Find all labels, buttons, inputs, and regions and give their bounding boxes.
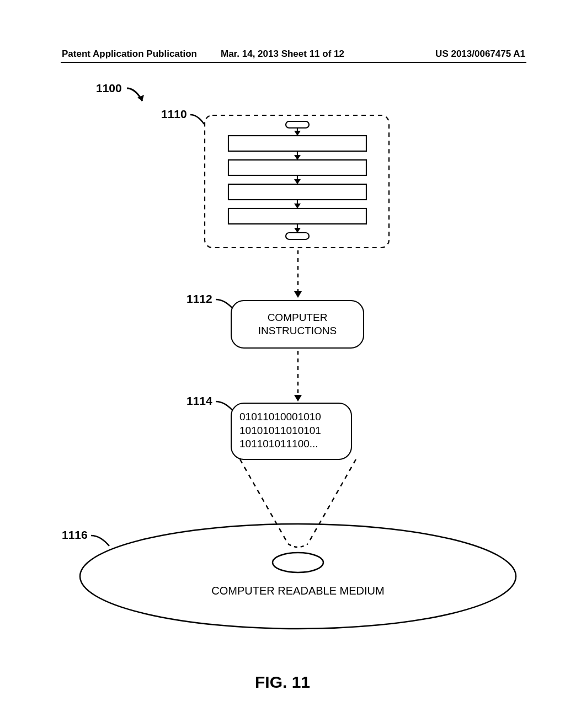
svg-marker-10: [294, 179, 301, 184]
disc-medium: [72, 518, 524, 634]
svg-rect-11: [228, 184, 366, 200]
page: Patent Application Publication Mar. 14, …: [0, 0, 565, 728]
computer-instructions-label-1: COMPUTER: [238, 311, 356, 324]
disc-label: COMPUTER READABLE MEDIUM: [72, 585, 524, 597]
box-binary-data: 01011010001010 10101011010101 1011010111…: [231, 403, 352, 460]
binary-line-3: 101101011100...: [239, 437, 343, 451]
computer-instructions-label-2: INSTRUCTIONS: [238, 324, 356, 338]
dashed-arrow-1112-to-1114: [292, 350, 303, 404]
svg-rect-8: [228, 160, 366, 175]
svg-marker-4: [294, 131, 301, 136]
svg-marker-7: [294, 155, 301, 160]
binary-line-1: 01011010001010: [239, 410, 343, 424]
header-center: Mar. 14, 2013 Sheet 11 of 12: [221, 49, 344, 60]
svg-point-25: [273, 553, 323, 572]
ref-1110: 1110: [161, 108, 187, 121]
header-right: US 2013/0067475 A1: [435, 49, 525, 60]
ref-1114: 1114: [186, 394, 212, 408]
svg-rect-2: [286, 121, 309, 128]
ref-1112: 1112: [186, 292, 212, 306]
svg-rect-17: [286, 233, 309, 239]
dashed-box-1110: [203, 114, 391, 249]
leader-arrow-1100: [124, 85, 152, 108]
header-left: Patent Application Publication: [62, 49, 197, 60]
page-header: Patent Application Publication Mar. 14, …: [61, 47, 526, 63]
box-computer-instructions: COMPUTER INSTRUCTIONS: [231, 300, 364, 349]
ref-1100: 1100: [96, 82, 122, 95]
svg-rect-5: [228, 136, 366, 151]
svg-marker-13: [294, 204, 301, 208]
binary-line-2: 10101011010101: [239, 424, 343, 438]
svg-marker-21: [294, 395, 302, 402]
figure-label: FIG. 11: [0, 673, 565, 692]
dashed-arrow-1110-to-1112: [292, 249, 303, 300]
svg-point-24: [80, 524, 516, 629]
svg-marker-16: [294, 228, 301, 233]
svg-rect-14: [228, 208, 366, 224]
svg-marker-19: [294, 291, 302, 298]
